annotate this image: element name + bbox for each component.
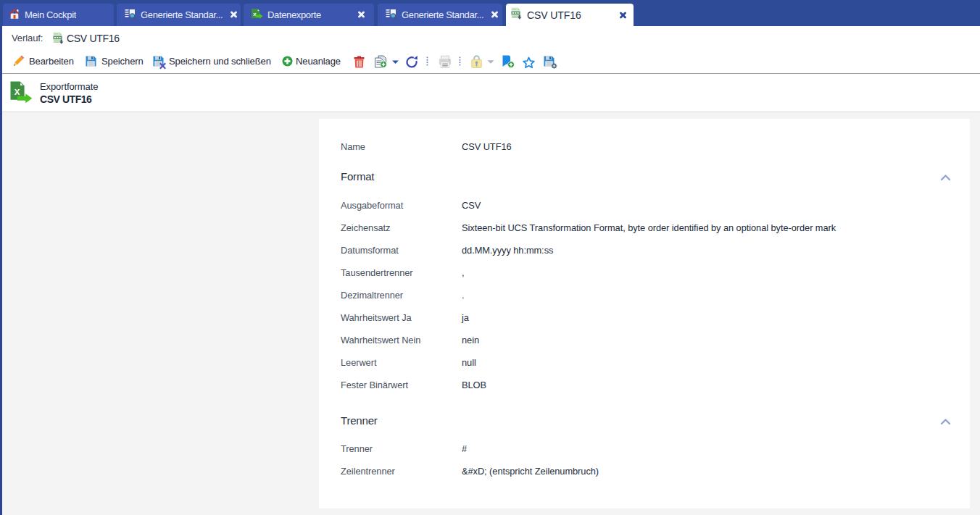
svg-text:X: X — [14, 88, 20, 96]
